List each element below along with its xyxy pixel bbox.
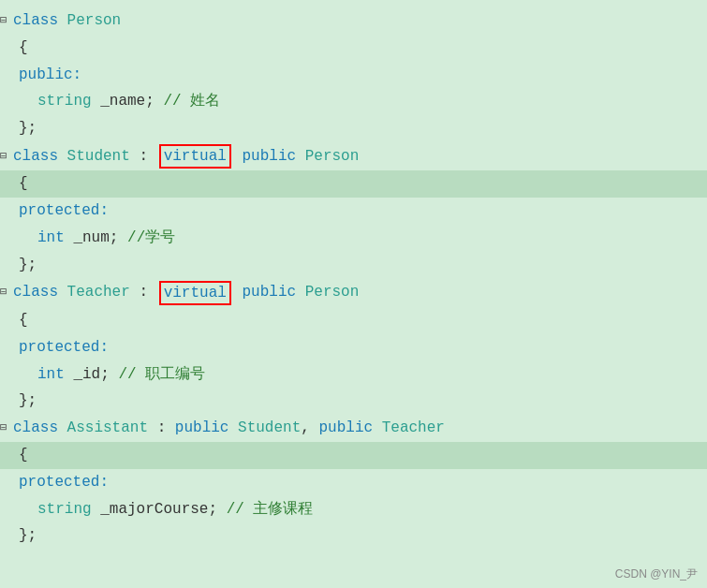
keyword-class-4: class — [13, 417, 67, 440]
space-7 — [373, 417, 382, 440]
keyword-public-s: public — [242, 145, 296, 169]
type-string-2: string — [37, 498, 92, 522]
line-member-course: string _majorCourse; // 主修课程 — [0, 496, 707, 523]
collapse-icon-3[interactable]: ⊟ — [0, 284, 13, 301]
base-student: Student — [238, 417, 301, 440]
member-name: _name; — [92, 90, 164, 113]
classname-person: Person — [67, 9, 122, 33]
classname-student: Student — [67, 145, 130, 169]
keyword-class-3: class — [13, 281, 67, 304]
line-class-teacher: ⊟ class Teacher : virtual public Person — [0, 279, 707, 307]
space-3 — [296, 145, 305, 169]
line-class-assistant: ⊟ class Assistant : public Student, publ… — [0, 415, 707, 442]
brace-open-1: { — [19, 37, 28, 60]
line-close-3: }; — [0, 388, 707, 415]
brace-close-1: }; — [19, 117, 37, 140]
comment-id: // 职工编号 — [118, 363, 205, 387]
line-protected-3: protected: — [0, 469, 707, 496]
member-num: _num; — [65, 227, 127, 250]
line-class-person: ⊟ class Person — [0, 7, 707, 35]
line-class-student: ⊟ class Student : virtual public Person — [0, 142, 707, 170]
member-course: _majorCourse; — [92, 498, 227, 522]
space-5 — [296, 281, 305, 304]
line-close-2: }; — [0, 252, 707, 279]
line-close-4: }; — [0, 522, 707, 550]
keyword-protected-3: protected: — [19, 471, 109, 494]
keyword-class-2: class — [13, 145, 67, 169]
classname-teacher: Teacher — [67, 281, 130, 304]
keyword-protected-1: protected: — [19, 199, 109, 223]
brace-open-2: { — [19, 172, 28, 196]
collapse-icon-1[interactable]: ⊟ — [0, 12, 13, 30]
comment-course: // 主修课程 — [227, 498, 314, 522]
type-int-1: int — [37, 227, 65, 250]
type-int-2: int — [37, 363, 65, 387]
brace-close-2: }; — [19, 254, 37, 277]
colon-3: : — [130, 281, 157, 304]
colon-2: : — [130, 145, 157, 169]
space-2 — [233, 145, 243, 169]
keyword-public-1: public: — [19, 64, 81, 87]
comment-num: //学号 — [127, 227, 175, 250]
type-string-1: string — [37, 90, 92, 113]
watermark: CSDN @YIN_尹 — [615, 566, 698, 582]
brace-open-4: { — [19, 444, 28, 467]
line-public-1: public: — [0, 62, 707, 89]
space-6 — [228, 417, 238, 440]
line-brace-open-2: { — [0, 170, 707, 198]
line-member-id: int _id; // 职工编号 — [0, 361, 707, 389]
line-brace-open-1: { — [0, 35, 707, 62]
comma-1: , — [301, 417, 318, 440]
classname-assistant: Assistant — [67, 417, 148, 440]
base-person-1: Person — [305, 145, 360, 169]
line-member-name: string _name; // 姓名 — [0, 88, 707, 115]
line-protected-1: protected: — [0, 198, 707, 225]
keyword-public-a1: public — [175, 417, 229, 440]
keyword-class-1: class — [13, 9, 67, 33]
collapse-icon-2[interactable]: ⊟ — [0, 148, 13, 166]
keyword-public-t: public — [242, 281, 296, 304]
virtual-box-2: virtual — [159, 281, 231, 305]
colon-4: : — [148, 417, 175, 440]
brace-close-4: }; — [19, 524, 37, 548]
line-brace-open-3: { — [0, 307, 707, 334]
keyword-public-a2: public — [318, 417, 373, 440]
base-teacher: Teacher — [382, 417, 445, 440]
line-member-num: int _num; //学号 — [0, 225, 707, 252]
virtual-box-1: virtual — [159, 144, 231, 169]
keyword-protected-2: protected: — [19, 336, 109, 360]
line-brace-open-4: { — [0, 442, 707, 469]
member-id: _id; — [65, 363, 119, 387]
code-container: ⊟ class Person { public: string _name; /… — [0, 0, 707, 588]
collapse-icon-4[interactable]: ⊟ — [0, 419, 13, 437]
space-4 — [233, 281, 243, 304]
brace-close-3: }; — [19, 390, 37, 413]
line-protected-2: protected: — [0, 334, 707, 361]
comment-name: // 姓名 — [163, 90, 220, 113]
brace-open-3: { — [19, 309, 28, 332]
line-close-1: }; — [0, 115, 707, 142]
base-person-2: Person — [305, 281, 360, 304]
